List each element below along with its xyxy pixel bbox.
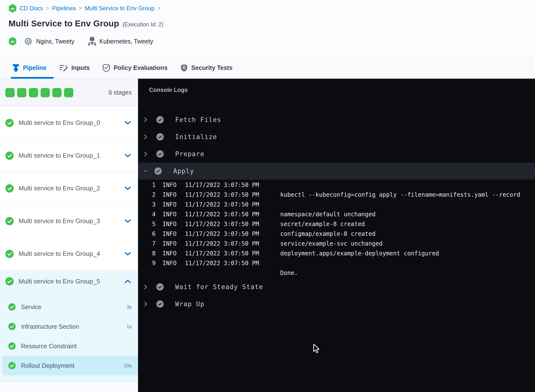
chevron-down-icon[interactable] (124, 186, 131, 190)
console-step-label: Wrap Up (175, 300, 204, 308)
log-line: 5INFO11/17/2022 3:07:50 PMsecret/example… (138, 219, 535, 229)
step-row-service[interactable]: Service 3s (0, 297, 138, 317)
stage-name: Multi service to Env Group_5 (19, 278, 100, 285)
log-message: namespace/default unchanged (280, 209, 375, 219)
success-check-icon (5, 277, 14, 285)
console-step-fetch-files[interactable]: Fetch Files (138, 111, 535, 128)
log-line: 1INFO11/17/2022 3:07:50 PM (138, 180, 535, 190)
breadcrumb-link-cd-docs[interactable]: CD Docs (20, 5, 43, 12)
log-line: 6INFO11/17/2022 3:07:50 PMconfigmap/exam… (138, 229, 535, 239)
log-line: 3INFO11/17/2022 3:07:50 PM (138, 200, 535, 209)
stage-success-square (64, 88, 73, 97)
stage-success-square (41, 88, 50, 97)
step-duration: 3s (127, 304, 132, 310)
infinity-glyph: ∞ (11, 6, 14, 11)
stage-row-expanded[interactable]: Multi service to Env Group_5 (0, 270, 138, 292)
infinity-glyph: ∞ (11, 39, 14, 44)
shield-scan-icon (180, 64, 188, 72)
log-level: INFO (162, 239, 177, 249)
step-duration: 1s (127, 324, 132, 329)
execution-meta-row: ∞ Nginx, Tweety (9, 35, 153, 47)
chevron-down-icon[interactable] (144, 169, 148, 173)
log-line-number: 1 (138, 180, 156, 190)
stage-success-square (17, 88, 26, 97)
step-row-resource-constraint[interactable]: Resource Constraint (0, 336, 138, 356)
step-row-rollout-deployment-selected[interactable]: Rollout Deployment 10s (2, 356, 138, 375)
log-level: INFO (162, 209, 177, 219)
stage-name: Multi service to Env Group_4 (19, 250, 100, 258)
log-timestamp: 11/17/2022 3:07:50 PM (185, 219, 259, 229)
log-level: INFO (162, 249, 177, 258)
log-message: service/example-svc unchanged (280, 239, 383, 249)
success-check-icon (5, 217, 14, 225)
log-line-number: 8 (138, 249, 156, 258)
stages-summary: 6 stages (0, 79, 138, 107)
chevron-right-icon[interactable] (144, 284, 148, 290)
breadcrumb-link-pipeline-name[interactable]: Multi Service to Env Group (85, 5, 154, 12)
breadcrumb-separator: > (79, 5, 82, 11)
console-step-label: Apply (173, 167, 194, 175)
stage-row[interactable]: Multi service to Env Group_1 (0, 139, 138, 172)
tab-policy-evaluations[interactable]: Policy Evaluations (102, 64, 168, 72)
console-step-label: Fetch Files (175, 116, 221, 123)
stage-row[interactable]: Multi service to Env Group_0 (0, 107, 138, 139)
log-line-number: 7 (138, 239, 156, 249)
stage-status-squares (5, 88, 73, 97)
log-timestamp: 11/17/2022 3:07:50 PM (185, 258, 259, 268)
step-success-check-icon (156, 283, 164, 291)
tab-inputs[interactable]: Inputs (59, 64, 90, 72)
step-success-check-icon (156, 133, 164, 141)
console-logs-title: Console Logs (149, 87, 188, 93)
success-check-icon (5, 119, 14, 127)
chevron-down-icon[interactable] (124, 219, 131, 223)
tab-pipeline[interactable]: Pipeline (12, 64, 46, 72)
success-check-icon (8, 323, 16, 330)
success-check-icon (8, 303, 16, 311)
chevron-right-icon[interactable] (144, 134, 148, 140)
log-line-number: 9 (138, 258, 156, 268)
chevron-down-icon[interactable] (124, 252, 131, 256)
chevron-down-icon[interactable] (124, 153, 131, 158)
breadcrumb-link-pipelines[interactable]: Pipelines (52, 5, 76, 12)
console-header-divider (138, 101, 535, 101)
console-step-wrap-up[interactable]: Wrap Up (138, 295, 535, 313)
execution-tabbar: Pipeline Inputs Policy Evaluations (0, 57, 535, 79)
tab-security-tests[interactable]: Security Tests (180, 64, 233, 72)
stage-count-label: 6 stages (108, 89, 132, 96)
chevron-right-icon[interactable] (144, 151, 148, 157)
log-line: 8INFO11/17/2022 3:07:50 PMdeployment.app… (138, 249, 535, 258)
log-line: 9INFO11/17/2022 3:07:50 PM (138, 258, 535, 268)
chevron-right-icon[interactable] (144, 117, 148, 123)
chevron-down-icon[interactable] (124, 121, 131, 125)
stage-name: Multi service to Env Group_1 (19, 152, 100, 159)
console-step-prepare[interactable]: Prepare (138, 145, 535, 163)
stage-row[interactable]: Multi service to Env Group_3 (0, 205, 138, 238)
console-step-label: Prepare (175, 150, 204, 158)
console-step-initialize[interactable]: Initialize (138, 128, 535, 145)
page-header: ∞ CD Docs > Pipelines > Multi Service to… (0, 0, 535, 57)
stage-success-square (52, 88, 62, 97)
step-row-infrastructure[interactable]: Infrastructure Section 1s (0, 317, 138, 336)
console-step-apply-expanded[interactable]: Apply (138, 163, 535, 180)
log-message: configmap/example-8 created (280, 229, 375, 239)
step-name: Infrastructure Section (21, 323, 79, 330)
breadcrumb: ∞ CD Docs > Pipelines > Multi Service to… (9, 3, 160, 13)
chevron-right-icon[interactable] (144, 301, 148, 307)
success-check-icon (5, 250, 14, 258)
step-name: Service (21, 304, 41, 311)
log-timestamp: 11/17/2022 3:07:50 PM (185, 229, 259, 239)
log-line-number: 4 (138, 209, 156, 219)
console-step-wait-for-steady-state[interactable]: Wait for Steady State (138, 278, 535, 295)
tab-policy-evaluations-label: Policy Evaluations (114, 64, 168, 71)
shield-check-icon (102, 64, 110, 72)
stage-row[interactable]: Multi service to Env Group_4 (0, 238, 138, 270)
stage-row[interactable]: Multi service to Env Group_2 (0, 172, 138, 205)
apply-log-output: 1INFO11/17/2022 3:07:50 PM 2INFO11/17/20… (138, 180, 535, 278)
log-timestamp: 11/17/2022 3:07:50 PM (185, 190, 259, 200)
stages-sidebar: 6 stages Multi service to Env Group_0 Mu… (0, 79, 138, 392)
success-check-icon (5, 184, 14, 193)
chevron-up-icon[interactable] (124, 279, 131, 283)
log-message: deployment.apps/example-deployment confi… (280, 249, 439, 258)
log-line-done: Done. (138, 268, 535, 278)
log-timestamp: 11/17/2022 3:07:50 PM (185, 249, 259, 258)
